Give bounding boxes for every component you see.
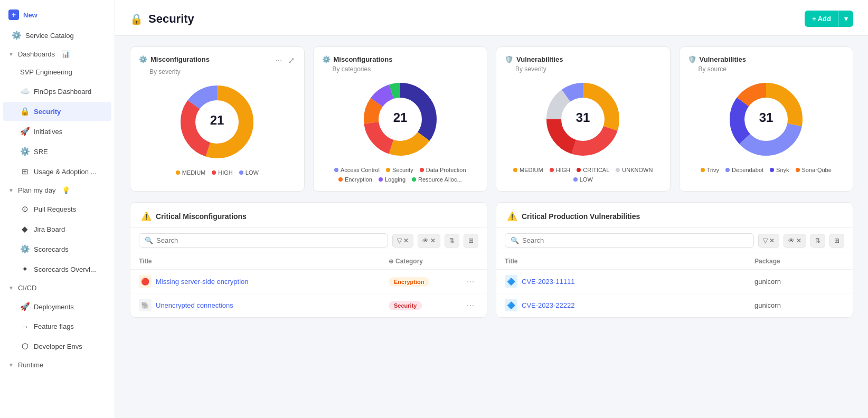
feature-flags-label: Feature flags [34, 322, 74, 330]
sidebar-item-feature-flags[interactable]: → Feature flags [3, 317, 111, 336]
sidebar-item-finops[interactable]: ☁️ FinOps Dashboard [3, 82, 111, 101]
page-header: 🔒 Security + Add ▾ [115, 0, 868, 36]
search-input-misconfigs[interactable] [156, 236, 382, 244]
chart-title: ⚙️ Misconfigurations [139, 55, 210, 63]
page-title-text: Security [148, 12, 194, 26]
vuln-row-title-1: 🔷 CVE-2023-11111 [505, 275, 754, 288]
sort-button-vulns[interactable]: ⇅ [810, 234, 825, 248]
dashboards-label: Dashboards [18, 50, 55, 58]
legend-v-low: LOW [573, 176, 593, 183]
hide-close-icon-2: ✕ [796, 237, 801, 244]
hide-close-icon: ✕ [430, 237, 436, 244]
rocket-icon: 🚀 [20, 127, 30, 136]
row-more-2[interactable]: ··· [463, 300, 478, 311]
row-icon-2: 🐘 [139, 299, 152, 311]
tables-row: ⚠️ Critical Misconfigurations 🔍 ▽ ✕ 👁 ✕ [130, 202, 853, 318]
filter-icon-2: ▽ [763, 237, 768, 244]
bar-chart-icon: 📊 [61, 50, 70, 58]
donut-chart-2: 21 [358, 77, 442, 162]
search-input-vulns[interactable] [522, 236, 748, 244]
legend-snyk: Snyk [770, 167, 789, 173]
table-header-misconfigs: ⚠️ Critical Misconfigurations [130, 203, 487, 228]
new-plus-icon: + [8, 10, 19, 20]
main-content: 🔒 Security + Add ▾ ⚙️ Misconfigurations … [115, 0, 868, 418]
sidebar-item-developer-envs[interactable]: ⬡ Developer Envs [3, 337, 111, 356]
cicd-label: CI/CD [18, 284, 36, 292]
search-box-misconfigs[interactable]: 🔍 [139, 233, 388, 248]
search-icon: 🔍 [145, 236, 153, 244]
sidebar: + New ⚙️ Service Catalog ▼ Dashboards 📊 … [0, 0, 115, 418]
row-more-1[interactable]: ··· [463, 276, 478, 287]
table-row: 🔷 CVE-2023-11111 gunicorn [496, 270, 853, 293]
cloud-icon: ☁️ [20, 87, 30, 96]
sre-label: SRE [34, 148, 48, 156]
filter-button-misconfigs[interactable]: ▽ ✕ [392, 234, 413, 248]
sidebar-item-deployments[interactable]: 🚀 Deployments [3, 297, 111, 316]
vuln-row-icon-2: 🔷 [505, 299, 517, 311]
col-title-misconfigs: Title [139, 258, 389, 265]
sidebar-item-sre[interactable]: ⚙️ SRE [3, 142, 111, 161]
svg-text:21: 21 [393, 110, 407, 125]
row-link-2[interactable]: Unencrypted connections [156, 301, 233, 309]
deploy-icon: 🚀 [20, 302, 30, 311]
cve-link-1[interactable]: CVE-2023-11111 [522, 278, 574, 286]
hide-button-misconfigs[interactable]: 👁 ✕ [418, 234, 440, 248]
sidebar-section-runtime[interactable]: ▼ Runtime [0, 356, 115, 374]
cve-link-2[interactable]: CVE-2023-22222 [522, 301, 574, 309]
chart-header-2: ⚙️ Misconfigurations [322, 55, 479, 63]
legend-sonarqube: SonarQube [796, 167, 832, 173]
sidebar-item-label: Service Catalog [25, 32, 74, 40]
columns-button-misconfigs[interactable]: ⊞ [464, 234, 478, 248]
chart-header-3: 🛡️ Vulnerabilities [505, 55, 662, 63]
row-title-2: 🐘 Unencrypted connections [139, 299, 389, 311]
donut-container-2: 21 Access Control Security [322, 77, 479, 183]
chart-legend-2: Access Control Security Data Protection [322, 167, 479, 183]
sidebar-item-jira-board[interactable]: ◆ Jira Board [3, 220, 111, 239]
jira-label: Jira Board [34, 225, 65, 233]
search-box-vulns[interactable]: 🔍 [505, 233, 754, 248]
chevron-icon-cicd: ▼ [8, 285, 14, 291]
filter-button-vulns[interactable]: ▽ ✕ [758, 234, 779, 248]
table-header-vulns: ⚠️ Critical Production Vulnerabilities [496, 203, 853, 228]
sort-button-misconfigs[interactable]: ⇅ [445, 234, 459, 248]
scorecard-icon: ⚙️ [20, 244, 30, 254]
sidebar-section-cicd[interactable]: ▼ CI/CD [0, 279, 115, 297]
initiatives-label: Initiatives [34, 128, 62, 136]
sidebar-item-security[interactable]: 🔒 Security [3, 102, 111, 121]
vuln-row-icon-1: 🔷 [505, 275, 517, 288]
legend-security: Security [386, 167, 413, 173]
svg-text:21: 21 [210, 113, 224, 127]
chart-legend-3: MEDIUM HIGH CRITICAL UNKNOWN [505, 167, 662, 183]
sidebar-item-service-catalog[interactable]: ⚙️ Service Catalog [3, 26, 111, 45]
sidebar-item-pull-requests[interactable]: ⊙ Pull Requests [3, 200, 111, 218]
legend-trivy: Trivy [701, 167, 719, 173]
chart-expand-button[interactable]: ⤢ [287, 55, 296, 66]
service-catalog-icon: ⚙️ [12, 31, 21, 40]
donut-container: 21 MEDIUM HIGH LOW [139, 80, 296, 176]
sidebar-item-usage-adoption[interactable]: ⊞ Usage & Adoption ... [3, 162, 111, 181]
legend-access: Access Control [334, 167, 380, 173]
vuln-row-title-2: 🔷 CVE-2023-22222 [505, 299, 754, 311]
runtime-label: Runtime [18, 361, 43, 369]
chart-menu-button[interactable]: ··· [274, 55, 283, 66]
warning-icon: ⚠️ [141, 211, 152, 221]
sidebar-item-svp-engineering[interactable]: SVP Engineering [3, 63, 111, 81]
eye-slash-icon: 👁 [422, 237, 429, 244]
columns-button-vulns[interactable]: ⊞ [829, 234, 844, 248]
row-link-1[interactable]: Missing server-side encryption [156, 278, 249, 286]
finops-label: FinOps Dashboard [34, 88, 91, 96]
row-badge-1: Encryption [389, 278, 463, 286]
add-button-label: + Add [805, 11, 838, 27]
add-button[interactable]: + Add ▾ [805, 11, 853, 27]
sidebar-section-dashboards[interactable]: ▼ Dashboards 📊 [0, 45, 115, 63]
search-icon-2: 🔍 [511, 236, 519, 244]
sidebar-section-plan-my-day[interactable]: ▼ Plan my day 💡 [0, 182, 115, 199]
hide-button-vulns[interactable]: 👁 ✕ [784, 234, 806, 248]
sidebar-item-scorecards-overview[interactable]: ✦ Scorecards Overvl... [3, 260, 111, 279]
table-row: 🐘 Unencrypted connections Security ··· [130, 293, 487, 317]
filter-icon: ▽ [397, 237, 402, 244]
sidebar-item-scorecards[interactable]: ⚙️ Scorecards [3, 240, 111, 259]
sidebar-item-initiatives[interactable]: 🚀 Initiatives [3, 122, 111, 141]
sidebar-item-new[interactable]: + New [0, 4, 115, 25]
add-button-dropdown[interactable]: ▾ [838, 11, 853, 27]
